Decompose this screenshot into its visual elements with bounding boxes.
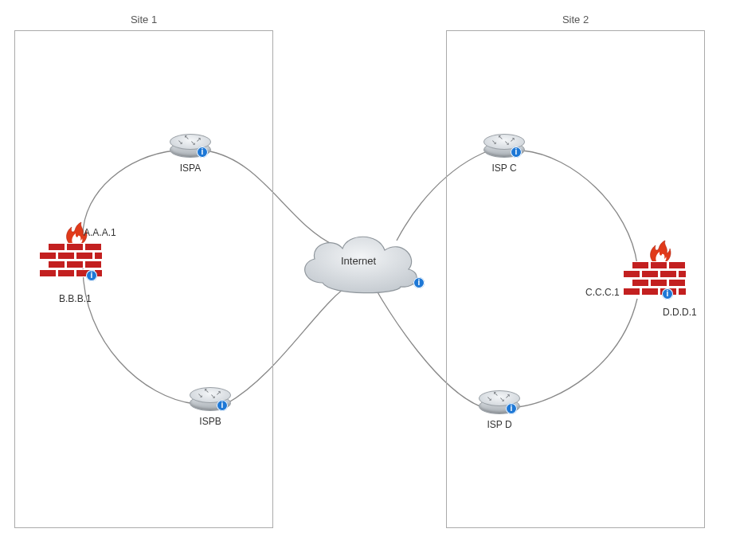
internet-label: Internet <box>291 255 426 267</box>
site-2-label: Site 2 <box>447 14 704 25</box>
router-ispc[interactable]: ↘ ↗ ↖ ↘ i ISP C <box>483 134 525 174</box>
router-ispd-label: ISP D <box>479 419 520 430</box>
router-icon: ↘ ↗ ↖ ↘ i <box>483 134 525 161</box>
router-ispc-label: ISP C <box>483 163 525 174</box>
router-ispa[interactable]: ↘ ↗ ↖ ↘ i ISPA <box>170 134 211 174</box>
info-icon[interactable]: i <box>217 400 228 411</box>
fw2-interface-left-label: C.C.C.1 <box>585 287 620 298</box>
fw2-interface-right-label: D.D.D.1 <box>663 307 697 318</box>
info-icon[interactable]: i <box>86 270 97 281</box>
router-icon: ↘ ↗ ↖ ↘ i <box>190 387 231 414</box>
router-icon: ↘ ↗ ↖ ↘ i <box>170 134 211 161</box>
router-ispd[interactable]: ↘ ↗ ↖ ↘ i ISP D <box>479 390 520 430</box>
info-icon[interactable]: i <box>413 277 425 288</box>
info-icon[interactable]: i <box>197 147 208 158</box>
info-icon[interactable]: i <box>506 403 517 414</box>
firewall-site2[interactable]: i <box>632 237 687 309</box>
info-icon[interactable]: i <box>662 288 673 300</box>
site-1-label: Site 1 <box>15 14 272 25</box>
router-ispa-label: ISPA <box>170 163 211 174</box>
router-icon: ↘ ↗ ↖ ↘ i <box>479 390 520 417</box>
router-ispb[interactable]: ↘ ↗ ↖ ↘ i ISPB <box>190 387 231 427</box>
brick-wall-icon <box>632 261 687 296</box>
fw1-interface-bottom-label: B.B.B.1 <box>59 293 92 304</box>
fw1-interface-top-label: A.A.A.1 <box>84 227 116 238</box>
diagram-canvas: Site 1 Site 2 ↘ ↗ ↖ ↘ i ISPA ↘ ↗ ↖ ↘ i I… <box>0 0 732 560</box>
internet-cloud[interactable]: Internet i <box>291 223 426 303</box>
info-icon[interactable]: i <box>511 147 522 158</box>
flame-icon <box>646 237 673 264</box>
router-ispb-label: ISPB <box>190 416 231 427</box>
